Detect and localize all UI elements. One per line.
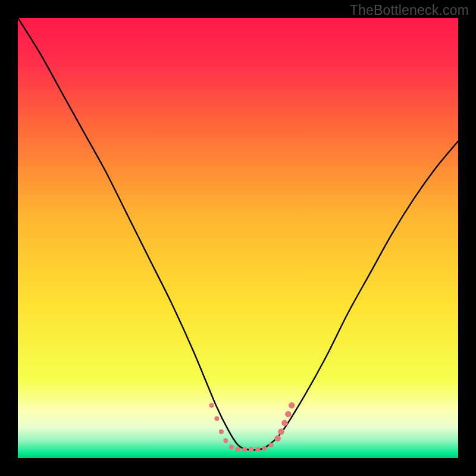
curve-marker [269,443,274,447]
curve-marker [209,403,214,408]
curve-marker [289,402,295,409]
curve-marker [219,430,224,434]
outer-frame: TheBottleneck.com [0,0,476,476]
curve-marker [236,447,240,452]
curve-marker [249,447,253,452]
curve-marker [278,428,284,435]
curve-marker [242,447,247,452]
chart-background [18,18,458,458]
curve-marker [223,438,228,443]
plot-area [18,18,458,458]
curve-marker [281,420,288,427]
curve-marker [285,411,292,418]
watermark-text: TheBottleneck.com [350,2,469,18]
chart-canvas [18,18,458,458]
curve-marker [229,445,234,450]
curve-marker [214,416,219,421]
curve-marker [262,446,267,451]
curve-marker [274,435,281,441]
curve-marker [255,447,260,452]
